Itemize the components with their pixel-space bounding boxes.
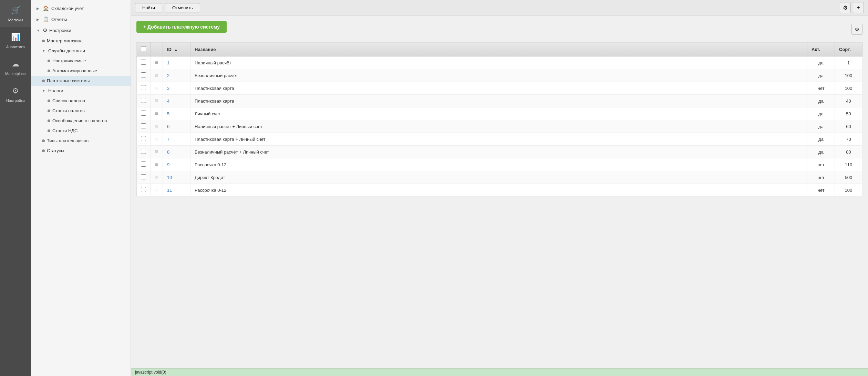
nav-label-custom-delivery: Настраиваемые bbox=[52, 58, 86, 63]
row-drag-cell: ≡ bbox=[151, 184, 163, 197]
row-checkbox-cell bbox=[137, 56, 151, 69]
row-id-link[interactable]: 4 bbox=[167, 98, 169, 104]
row-name-cell: Наличный расчет + Личный счет bbox=[190, 120, 807, 133]
row-active-cell: нет bbox=[807, 158, 835, 171]
nav-label-statuses: Статусы bbox=[47, 148, 64, 153]
row-name-cell: Личный счет bbox=[190, 107, 807, 120]
row-id-link[interactable]: 10 bbox=[167, 175, 172, 180]
row-checkbox[interactable] bbox=[141, 72, 146, 77]
nav-item-settings-main[interactable]: ▼ ⚙ Настройки bbox=[31, 25, 131, 36]
row-id-link[interactable]: 9 bbox=[167, 162, 169, 167]
bullet-icon bbox=[42, 139, 45, 142]
settings-nav-icon: ⚙ bbox=[43, 27, 47, 33]
row-id-link[interactable]: 1 bbox=[167, 60, 169, 65]
nav-item-delivery[interactable]: ▼ Службы доставки bbox=[31, 46, 131, 56]
nav-item-shop-wizard[interactable]: Мастер магазина bbox=[31, 36, 131, 46]
row-checkbox[interactable] bbox=[141, 98, 146, 103]
row-id-cell: 2 bbox=[163, 69, 190, 82]
drag-handle-icon[interactable]: ≡ bbox=[155, 111, 158, 116]
sort-arrow-icon: ▲ bbox=[174, 48, 178, 52]
nav-item-tax-exemption[interactable]: Освобождение от налогов bbox=[31, 116, 131, 126]
cancel-button[interactable]: Отменить bbox=[165, 3, 200, 12]
row-id-link[interactable]: 11 bbox=[167, 188, 172, 193]
row-drag-cell: ≡ bbox=[151, 171, 163, 184]
row-active-cell: да bbox=[807, 107, 835, 120]
nav-label-payment-systems: Платежные системы bbox=[47, 78, 90, 83]
row-sort-cell: 60 bbox=[835, 120, 862, 133]
sidebar-item-settings[interactable]: ⚙ Настройки bbox=[0, 81, 31, 107]
nav-label-settings: Настройки bbox=[49, 28, 71, 33]
drag-handle-icon[interactable]: ≡ bbox=[155, 60, 158, 65]
row-drag-cell: ≡ bbox=[151, 82, 163, 95]
select-all-checkbox[interactable] bbox=[141, 46, 146, 51]
row-drag-cell: ≡ bbox=[151, 107, 163, 120]
bullet-icon bbox=[42, 149, 45, 152]
col-header-id[interactable]: ID ▲ bbox=[163, 43, 190, 56]
nav-item-tax-rates[interactable]: Ставки налогов bbox=[31, 106, 131, 116]
row-checkbox[interactable] bbox=[141, 111, 146, 116]
table-row: ≡ 9 Рассрочка 0-12 нет 110 bbox=[137, 158, 862, 171]
row-id-link[interactable]: 2 bbox=[167, 73, 169, 78]
reports-icon: 📋 bbox=[43, 16, 49, 22]
row-id-cell: 3 bbox=[163, 82, 190, 95]
row-id-link[interactable]: 5 bbox=[167, 111, 169, 116]
drag-handle-icon[interactable]: ≡ bbox=[155, 136, 158, 142]
add-payment-system-button[interactable]: + Добавить платежную систему bbox=[136, 21, 227, 33]
row-id-cell: 1 bbox=[163, 56, 190, 69]
nav-item-tax-list[interactable]: Список налогов bbox=[31, 96, 131, 106]
settings-icon-button[interactable]: ⚙ bbox=[840, 2, 851, 13]
drag-handle-icon[interactable]: ≡ bbox=[155, 72, 158, 78]
find-button[interactable]: Найти bbox=[135, 3, 162, 12]
table-settings-button[interactable]: ⚙ bbox=[851, 24, 862, 35]
row-checkbox[interactable] bbox=[141, 60, 146, 65]
nav-item-reports[interactable]: ▶ 📋 Отчёты bbox=[31, 14, 131, 25]
drag-handle-icon[interactable]: ≡ bbox=[155, 85, 158, 91]
row-drag-cell: ≡ bbox=[151, 95, 163, 107]
row-id-cell: 6 bbox=[163, 120, 190, 133]
sidebar-item-shop[interactable]: 🛒 Магазин bbox=[0, 0, 31, 27]
row-checkbox[interactable] bbox=[141, 85, 146, 90]
row-sort-cell: 70 bbox=[835, 133, 862, 146]
row-id-cell: 11 bbox=[163, 184, 190, 197]
row-id-link[interactable]: 3 bbox=[167, 86, 169, 91]
nav-item-vat-rates[interactable]: Ставки НДС bbox=[31, 126, 131, 136]
row-checkbox[interactable] bbox=[141, 187, 146, 192]
top-bar-actions: ⚙ + bbox=[840, 2, 864, 13]
nav-item-warehouse[interactable]: ▶ 🏠 Складской учет bbox=[31, 3, 131, 14]
row-checkbox[interactable] bbox=[141, 136, 146, 141]
row-name-cell: Директ Кредит bbox=[190, 171, 807, 184]
col-header-name: Название bbox=[190, 43, 807, 56]
sidebar-item-marketplace-label: Marketplace bbox=[5, 72, 26, 76]
drag-handle-icon[interactable]: ≡ bbox=[155, 174, 158, 180]
drag-handle-icon[interactable]: ≡ bbox=[155, 187, 158, 193]
row-sort-cell: 40 bbox=[835, 95, 862, 107]
row-id-link[interactable]: 6 bbox=[167, 124, 169, 129]
row-checkbox[interactable] bbox=[141, 123, 146, 128]
nav-item-automated-delivery[interactable]: Автоматизированные bbox=[31, 66, 131, 76]
table-row: ≡ 3 Пластиковая карта нет 100 bbox=[137, 82, 862, 95]
row-sort-cell: 1 bbox=[835, 56, 862, 69]
sidebar-item-marketplace[interactable]: ☁ Marketplace bbox=[0, 54, 31, 81]
row-checkbox[interactable] bbox=[141, 161, 146, 167]
row-sort-cell: 50 bbox=[835, 107, 862, 120]
row-checkbox[interactable] bbox=[141, 174, 146, 179]
analytics-icon: 📊 bbox=[10, 32, 21, 43]
drag-handle-icon[interactable]: ≡ bbox=[155, 123, 158, 129]
row-checkbox[interactable] bbox=[141, 149, 146, 154]
drag-handle-icon[interactable]: ≡ bbox=[155, 161, 158, 167]
row-active-cell: нет bbox=[807, 171, 835, 184]
sidebar-item-analytics[interactable]: 📊 Аналитика bbox=[0, 27, 31, 54]
row-id-link[interactable]: 7 bbox=[167, 137, 169, 142]
add-icon-button[interactable]: + bbox=[853, 2, 864, 13]
row-drag-cell: ≡ bbox=[151, 133, 163, 146]
nav-item-statuses[interactable]: Статусы bbox=[31, 146, 131, 156]
drag-handle-icon[interactable]: ≡ bbox=[155, 98, 158, 104]
arrow-expand-icon: ▼ bbox=[42, 49, 46, 53]
nav-item-custom-delivery[interactable]: Настраиваемые bbox=[31, 56, 131, 66]
nav-item-taxes[interactable]: ▼ Налоги bbox=[31, 86, 131, 96]
nav-item-payer-types[interactable]: Типы плательщиков bbox=[31, 136, 131, 146]
nav-item-payment-systems[interactable]: Платежные системы bbox=[31, 76, 131, 86]
drag-handle-icon[interactable]: ≡ bbox=[155, 149, 158, 155]
row-sort-cell: 500 bbox=[835, 171, 862, 184]
row-id-link[interactable]: 8 bbox=[167, 149, 169, 155]
